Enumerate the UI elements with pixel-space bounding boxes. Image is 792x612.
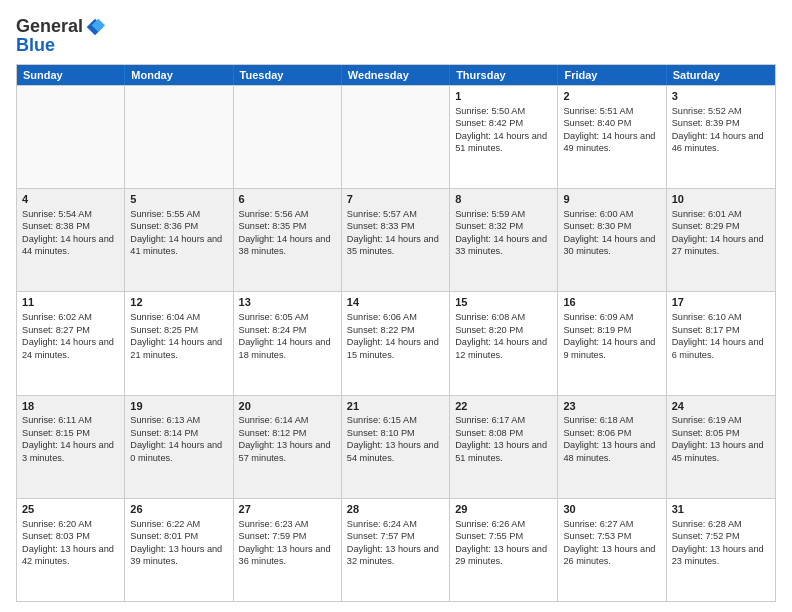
day-info: Sunrise: 6:24 AM [347,518,444,530]
day-info: Sunset: 8:08 PM [455,427,552,439]
day-info: Sunrise: 5:52 AM [672,105,770,117]
day-info: Sunset: 7:59 PM [239,530,336,542]
logo: General Blue [16,16,105,56]
day-info: Daylight: 14 hours and 38 minutes. [239,233,336,258]
day-number: 10 [672,192,770,207]
day-info: Daylight: 14 hours and 24 minutes. [22,336,119,361]
day-info: Sunset: 8:39 PM [672,117,770,129]
day-number: 29 [455,502,552,517]
day-info: Sunset: 8:01 PM [130,530,227,542]
logo-icon [85,17,105,37]
day-info: Daylight: 14 hours and 51 minutes. [455,130,552,155]
day-info: Daylight: 13 hours and 48 minutes. [563,439,660,464]
day-info: Daylight: 14 hours and 15 minutes. [347,336,444,361]
calendar-body: 1Sunrise: 5:50 AMSunset: 8:42 PMDaylight… [17,85,775,601]
day-info: Sunrise: 5:50 AM [455,105,552,117]
cal-header-wednesday: Wednesday [342,65,450,85]
day-info: Sunset: 8:25 PM [130,324,227,336]
day-info: Daylight: 14 hours and 0 minutes. [130,439,227,464]
day-info: Sunrise: 6:15 AM [347,414,444,426]
day-info: Sunset: 8:38 PM [22,220,119,232]
day-info: Sunrise: 6:17 AM [455,414,552,426]
day-info: Sunset: 8:30 PM [563,220,660,232]
day-info: Daylight: 13 hours and 51 minutes. [455,439,552,464]
day-number: 1 [455,89,552,104]
day-number: 22 [455,399,552,414]
day-info: Sunrise: 6:19 AM [672,414,770,426]
day-info: Sunrise: 6:18 AM [563,414,660,426]
day-info: Sunrise: 5:56 AM [239,208,336,220]
cal-cell-4-0: 25Sunrise: 6:20 AMSunset: 8:03 PMDayligh… [17,499,125,601]
day-info: Sunrise: 5:51 AM [563,105,660,117]
day-info: Sunrise: 6:11 AM [22,414,119,426]
day-info: Daylight: 14 hours and 18 minutes. [239,336,336,361]
day-info: Daylight: 13 hours and 29 minutes. [455,543,552,568]
day-info: Sunset: 8:15 PM [22,427,119,439]
day-number: 26 [130,502,227,517]
day-number: 14 [347,295,444,310]
cal-cell-4-4: 29Sunrise: 6:26 AMSunset: 7:55 PMDayligh… [450,499,558,601]
day-number: 28 [347,502,444,517]
day-info: Sunset: 7:55 PM [455,530,552,542]
day-info: Daylight: 13 hours and 57 minutes. [239,439,336,464]
day-info: Sunset: 8:05 PM [672,427,770,439]
day-info: Sunset: 8:40 PM [563,117,660,129]
day-info: Sunrise: 6:28 AM [672,518,770,530]
day-number: 30 [563,502,660,517]
day-number: 27 [239,502,336,517]
day-info: Daylight: 14 hours and 3 minutes. [22,439,119,464]
day-info: Sunrise: 5:57 AM [347,208,444,220]
day-info: Daylight: 13 hours and 23 minutes. [672,543,770,568]
day-number: 15 [455,295,552,310]
cal-cell-3-3: 21Sunrise: 6:15 AMSunset: 8:10 PMDayligh… [342,396,450,498]
day-number: 17 [672,295,770,310]
day-info: Sunrise: 6:02 AM [22,311,119,323]
day-number: 13 [239,295,336,310]
cal-cell-1-6: 10Sunrise: 6:01 AMSunset: 8:29 PMDayligh… [667,189,775,291]
day-info: Daylight: 13 hours and 54 minutes. [347,439,444,464]
cal-cell-3-6: 24Sunrise: 6:19 AMSunset: 8:05 PMDayligh… [667,396,775,498]
day-info: Daylight: 14 hours and 12 minutes. [455,336,552,361]
day-info: Sunset: 8:12 PM [239,427,336,439]
day-info: Sunrise: 6:13 AM [130,414,227,426]
cal-row-2: 11Sunrise: 6:02 AMSunset: 8:27 PMDayligh… [17,291,775,394]
day-number: 18 [22,399,119,414]
day-info: Sunset: 8:36 PM [130,220,227,232]
day-info: Sunset: 8:29 PM [672,220,770,232]
day-info: Sunrise: 6:26 AM [455,518,552,530]
day-info: Sunrise: 6:05 AM [239,311,336,323]
cal-cell-0-6: 3Sunrise: 5:52 AMSunset: 8:39 PMDaylight… [667,86,775,188]
cal-cell-0-2 [234,86,342,188]
cal-cell-1-1: 5Sunrise: 5:55 AMSunset: 8:36 PMDaylight… [125,189,233,291]
day-info: Sunrise: 6:01 AM [672,208,770,220]
day-info: Sunset: 7:57 PM [347,530,444,542]
day-info: Sunrise: 6:20 AM [22,518,119,530]
day-info: Sunset: 7:53 PM [563,530,660,542]
cal-cell-1-5: 9Sunrise: 6:00 AMSunset: 8:30 PMDaylight… [558,189,666,291]
cal-cell-4-5: 30Sunrise: 6:27 AMSunset: 7:53 PMDayligh… [558,499,666,601]
day-info: Sunset: 8:32 PM [455,220,552,232]
cal-cell-0-1 [125,86,233,188]
day-number: 11 [22,295,119,310]
cal-cell-2-2: 13Sunrise: 6:05 AMSunset: 8:24 PMDayligh… [234,292,342,394]
day-info: Daylight: 13 hours and 26 minutes. [563,543,660,568]
cal-cell-4-6: 31Sunrise: 6:28 AMSunset: 7:52 PMDayligh… [667,499,775,601]
cal-cell-0-5: 2Sunrise: 5:51 AMSunset: 8:40 PMDaylight… [558,86,666,188]
day-info: Daylight: 14 hours and 30 minutes. [563,233,660,258]
day-info: Sunset: 8:03 PM [22,530,119,542]
day-number: 23 [563,399,660,414]
page: General Blue SundayMondayTuesdayWednesda… [0,0,792,612]
cal-cell-0-3 [342,86,450,188]
day-number: 8 [455,192,552,207]
cal-cell-1-2: 6Sunrise: 5:56 AMSunset: 8:35 PMDaylight… [234,189,342,291]
day-info: Daylight: 14 hours and 33 minutes. [455,233,552,258]
day-info: Sunrise: 6:22 AM [130,518,227,530]
day-number: 3 [672,89,770,104]
day-info: Daylight: 14 hours and 41 minutes. [130,233,227,258]
cal-cell-0-0 [17,86,125,188]
day-info: Daylight: 14 hours and 6 minutes. [672,336,770,361]
cal-header-friday: Friday [558,65,666,85]
cal-cell-4-2: 27Sunrise: 6:23 AMSunset: 7:59 PMDayligh… [234,499,342,601]
cal-cell-3-2: 20Sunrise: 6:14 AMSunset: 8:12 PMDayligh… [234,396,342,498]
day-number: 5 [130,192,227,207]
